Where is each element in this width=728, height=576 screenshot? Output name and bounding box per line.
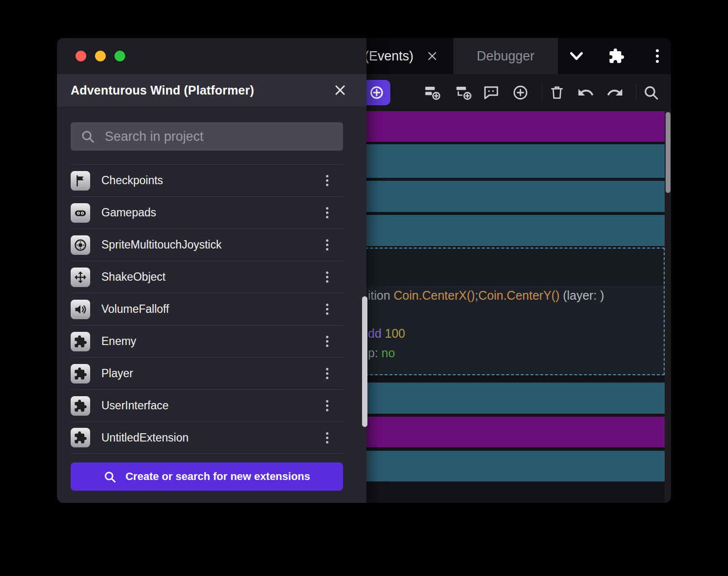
item-label: VolumeFalloff: [101, 303, 169, 316]
list-item-player[interactable]: Player: [71, 357, 343, 389]
puzzle-icon: [71, 428, 90, 447]
move-arrows-icon: [71, 268, 90, 287]
create-extension-button[interactable]: Create or search for new extensions: [71, 462, 343, 491]
puzzle-icon: [71, 332, 90, 351]
dialog-scrollbar-thumb[interactable]: [362, 296, 367, 427]
item-menu-icon[interactable]: [323, 204, 331, 221]
add-sub-event-button[interactable]: [422, 83, 442, 102]
list-item-enemy[interactable]: Enemy: [71, 325, 343, 357]
extensions-puzzle-icon[interactable]: [607, 46, 626, 66]
tab-events[interactable]: (Events): [364, 38, 438, 74]
item-menu-icon[interactable]: [323, 269, 331, 286]
project-manager-dialog: Adventurous Wind (Platformer) Checkpoint…: [57, 38, 366, 503]
code-value: no: [382, 346, 395, 360]
search-input[interactable]: [104, 129, 343, 145]
event-action-text: p: no: [368, 346, 395, 360]
chevron-down-icon[interactable]: [567, 46, 586, 66]
redo-button[interactable]: [605, 83, 625, 102]
add-other-button[interactable]: [511, 83, 530, 102]
item-label: UserInterface: [101, 399, 169, 412]
dialog-header: Adventurous Wind (Platformer): [57, 74, 366, 106]
flag-icon: [71, 171, 90, 191]
item-menu-icon[interactable]: [323, 236, 331, 253]
zoom-window-button[interactable]: [115, 51, 125, 61]
create-extension-label: Create or search for new extensions: [125, 470, 310, 483]
item-label: UntitledExtension: [101, 431, 189, 444]
list-item-untitledextension[interactable]: UntitledExtension: [71, 422, 343, 454]
item-menu-icon[interactable]: [323, 333, 331, 350]
add-event-alt-button[interactable]: [454, 83, 473, 102]
list-item-checkpoints[interactable]: Checkpoints: [71, 164, 343, 196]
desktop: (Events) Debugger: [0, 0, 728, 576]
toolbar-divider: [636, 84, 636, 101]
gamepad-icon: [71, 203, 90, 223]
item-label: Checkpoints: [101, 174, 163, 187]
item-label: Gamepads: [101, 206, 156, 219]
item-label: Player: [101, 367, 133, 380]
item-menu-icon[interactable]: [323, 365, 331, 382]
events-scrollbar-thumb[interactable]: [666, 112, 671, 193]
code-expression: Coin.CenterX(): [394, 288, 475, 302]
tab-debugger-label: Debugger: [477, 49, 535, 64]
joystick-icon: [71, 235, 90, 255]
search-events-button[interactable]: [641, 83, 661, 102]
speaker-icon: [71, 300, 90, 319]
list-item-gamepads[interactable]: Gamepads: [71, 196, 343, 229]
list-item-volumefalloff[interactable]: VolumeFalloff: [71, 293, 343, 325]
more-options-icon[interactable]: [648, 46, 667, 66]
list-item-shakeobject[interactable]: ShakeObject: [71, 261, 343, 293]
item-menu-icon[interactable]: [323, 397, 331, 414]
puzzle-icon: [71, 396, 90, 416]
item-label: Enemy: [101, 335, 136, 348]
list-item-userinterface[interactable]: UserInterface: [71, 389, 343, 422]
undo-button[interactable]: [576, 83, 595, 102]
puzzle-icon: [71, 364, 90, 384]
item-label: SpriteMultitouchJoystick: [101, 238, 222, 251]
code-value: 100: [385, 326, 405, 340]
item-label: ShakeObject: [101, 270, 166, 284]
code-fragment: p:: [368, 346, 382, 360]
code-fragment: ;: [475, 288, 479, 302]
item-menu-icon[interactable]: [323, 172, 331, 189]
item-menu-icon[interactable]: [323, 301, 331, 318]
toolbar-divider: [542, 84, 542, 101]
event-action-text: ition Coin.CenterX();Coin.CenterY() (lay…: [368, 288, 604, 303]
close-window-button[interactable]: [76, 51, 86, 61]
code-fragment: ition: [368, 288, 394, 302]
close-tab-icon[interactable]: [426, 50, 438, 62]
delete-button[interactable]: [547, 83, 567, 102]
dialog-title: Adventurous Wind (Platformer): [71, 83, 254, 97]
code-expression: Coin.CenterY(): [479, 288, 560, 302]
event-action-text: dd 100: [368, 326, 405, 341]
code-fragment: (layer: ): [559, 288, 604, 302]
project-items-list: Checkpoints Gamepads SpriteMultitouchJoy…: [71, 164, 343, 454]
list-item-spritemultitouchjoystick[interactable]: SpriteMultitouchJoystick: [71, 229, 343, 261]
minimize-window-button[interactable]: [95, 51, 106, 61]
events-scrollbar[interactable]: [665, 111, 671, 503]
tab-events-label: (Events): [364, 49, 414, 64]
close-dialog-icon[interactable]: [333, 83, 347, 97]
add-comment-button[interactable]: [481, 83, 501, 102]
tab-debugger[interactable]: Debugger: [453, 38, 558, 74]
gdevelop-window: (Events) Debugger: [57, 38, 671, 503]
search-icon: [80, 129, 95, 144]
window-titlebar: [57, 38, 366, 74]
search-icon: [103, 470, 116, 483]
search-field[interactable]: [71, 122, 343, 151]
code-fragment: dd: [368, 326, 385, 340]
item-menu-icon[interactable]: [323, 429, 331, 446]
